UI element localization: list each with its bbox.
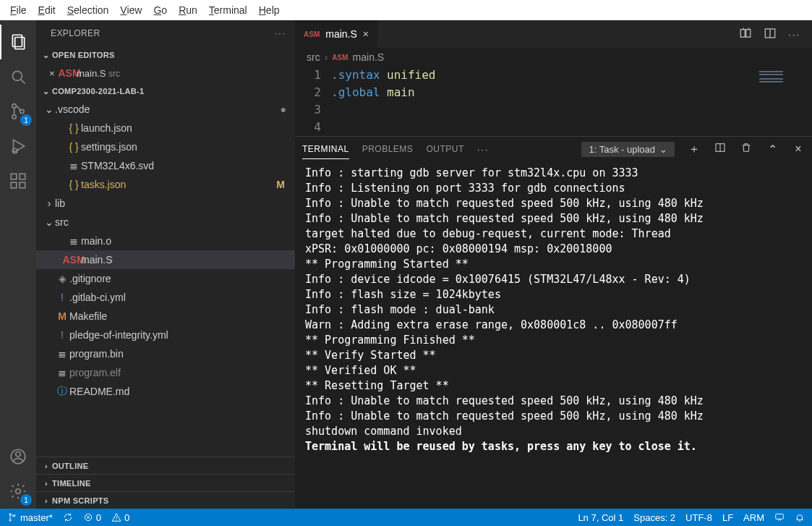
- more-icon[interactable]: ···: [788, 29, 800, 40]
- eol[interactable]: LF: [722, 512, 733, 523]
- terminal-line: Info : Unable to match requested speed 5…: [305, 409, 802, 424]
- file-row[interactable]: ⓘREADME.md: [36, 382, 295, 401]
- indentation[interactable]: Spaces: 2: [633, 512, 675, 523]
- new-terminal-icon[interactable]: ＋: [688, 142, 701, 157]
- modified-badge: M: [276, 179, 289, 190]
- encoding[interactable]: UTF-8: [685, 512, 712, 523]
- terminal-line: ** Programming Finished **: [305, 333, 802, 348]
- section-npm-scripts[interactable]: ›NPM SCRIPTS: [36, 491, 295, 509]
- sidebar-title: EXPLORER: [51, 28, 101, 38]
- menu-terminal[interactable]: Terminal: [203, 2, 253, 18]
- kill-terminal-icon[interactable]: [740, 142, 753, 156]
- code-line: 2.global main: [304, 84, 754, 101]
- git-branch[interactable]: master*: [7, 512, 53, 523]
- terminal-output[interactable]: Info : starting gdb server for stm32l4x.…: [295, 161, 812, 509]
- file-row[interactable]: ≣STM32L4x6.svd: [36, 156, 295, 175]
- file-row[interactable]: !pledge-of-integrity.yml: [36, 326, 295, 344]
- tab-main-s[interactable]: ASM main.S ×: [295, 20, 378, 48]
- file-icon: ≣: [67, 235, 81, 247]
- menu-edit[interactable]: Edit: [33, 2, 61, 18]
- errors-count[interactable]: 0: [83, 512, 101, 523]
- code-line: 1.syntax unified: [304, 67, 754, 84]
- folder-row[interactable]: ⌄.vscode●: [36, 100, 295, 119]
- file-row[interactable]: ASMmain.S: [36, 250, 295, 269]
- dirty-dot-icon: ●: [281, 103, 286, 115]
- task-selector[interactable]: 1: Task - upload ⌄: [581, 142, 675, 157]
- menu-view[interactable]: View: [114, 2, 148, 18]
- compare-icon[interactable]: [739, 27, 752, 42]
- svg-point-6: [20, 109, 24, 113]
- svg-rect-17: [746, 29, 751, 37]
- explorer-icon[interactable]: [0, 25, 36, 59]
- feedback-icon[interactable]: [774, 512, 785, 522]
- open-editor-item[interactable]: × ASM main.S src: [36, 64, 295, 82]
- file-row[interactable]: { }settings.json: [36, 137, 295, 156]
- sync-icon[interactable]: [63, 512, 73, 522]
- section-timeline[interactable]: ›TIMELINE: [36, 474, 295, 491]
- file-row[interactable]: { }launch.json: [36, 119, 295, 137]
- svg-rect-12: [20, 182, 25, 188]
- language-mode[interactable]: ARM: [743, 512, 764, 523]
- source-control-icon[interactable]: 1: [0, 94, 36, 129]
- minimap[interactable]: [754, 67, 812, 136]
- terminal-line: xPSR: 0x01000000 pc: 0x08000194 msp: 0x2…: [305, 242, 802, 257]
- code-line: 3: [304, 101, 754, 119]
- code-editor[interactable]: 1.syntax unified2.global main34: [295, 67, 754, 136]
- terminal-line: target halted due to debug-request, curr…: [305, 226, 802, 242]
- file-label: launch.json: [81, 122, 289, 134]
- search-icon[interactable]: [0, 59, 36, 94]
- accounts-icon[interactable]: [0, 439, 36, 474]
- activity-bar: 1 1: [0, 20, 36, 509]
- file-row[interactable]: ≣program.elf: [36, 363, 295, 382]
- terminal-line: ** Resetting Target **: [305, 378, 802, 394]
- open-editors-header[interactable]: ⌄ OPEN EDITORS: [36, 46, 295, 64]
- more-icon[interactable]: ···: [275, 28, 286, 38]
- terminal-line: ** Programming Started **: [305, 257, 802, 272]
- svg-point-2: [12, 71, 22, 80]
- menu-run[interactable]: Run: [173, 2, 203, 18]
- breadcrumb[interactable]: src › ASM main.S: [295, 48, 812, 67]
- close-icon[interactable]: ×: [363, 28, 369, 40]
- tab-problems[interactable]: PROBLEMS: [362, 140, 414, 158]
- run-debug-icon[interactable]: [0, 129, 36, 164]
- svg-rect-30: [776, 514, 784, 519]
- terminal-line: Info : Unable to match requested speed 5…: [305, 211, 802, 226]
- notifications-icon[interactable]: [795, 512, 805, 522]
- warnings-count[interactable]: 0: [111, 512, 129, 523]
- tab-terminal[interactable]: TERMINAL: [302, 140, 349, 159]
- svg-rect-10: [20, 174, 25, 179]
- file-row[interactable]: ≣program.bin: [36, 344, 295, 363]
- svg-marker-7: [14, 140, 25, 152]
- cursor-position[interactable]: Ln 7, Col 1: [578, 512, 623, 523]
- file-row[interactable]: { }tasks.jsonM: [36, 175, 295, 194]
- extensions-icon[interactable]: [0, 164, 36, 198]
- folder-row[interactable]: ›lib: [36, 194, 295, 213]
- svg-point-29: [116, 519, 117, 520]
- file-label: STM32L4x6.svd: [81, 160, 289, 171]
- menu-help[interactable]: Help: [253, 2, 286, 18]
- svg-point-14: [16, 452, 21, 457]
- file-row[interactable]: ≣main.o: [36, 232, 295, 250]
- split-terminal-icon[interactable]: [714, 142, 727, 156]
- svg-rect-9: [11, 174, 17, 179]
- folder-row[interactable]: ⌄src: [36, 213, 295, 232]
- file-row[interactable]: !.gitlab-ci.yml: [36, 288, 295, 307]
- editor-tabbar: ASM main.S × ···: [295, 20, 812, 48]
- more-icon[interactable]: ···: [477, 144, 490, 155]
- file-label: settings.json: [81, 141, 289, 153]
- split-editor-icon[interactable]: [764, 27, 777, 42]
- svg-point-4: [12, 104, 16, 108]
- file-row[interactable]: ◈.gitignore: [36, 269, 295, 288]
- menu-selection[interactable]: Selection: [61, 2, 115, 18]
- maximize-panel-icon[interactable]: ⌃: [766, 143, 779, 156]
- close-panel-icon[interactable]: ×: [792, 143, 805, 156]
- project-header[interactable]: ⌄ COMP2300-2021-LAB-1: [36, 82, 295, 100]
- tab-output[interactable]: OUTPUT: [426, 140, 463, 158]
- file-row[interactable]: MMakefile: [36, 307, 295, 326]
- settings-badge: 1: [20, 494, 32, 506]
- terminal-line: Info : Unable to match requested speed 5…: [305, 394, 802, 409]
- menu-go[interactable]: Go: [148, 2, 173, 18]
- section-outline[interactable]: ›OUTLINE: [36, 457, 295, 474]
- settings-gear-icon[interactable]: 1: [0, 474, 36, 509]
- menu-file[interactable]: File: [4, 2, 33, 18]
